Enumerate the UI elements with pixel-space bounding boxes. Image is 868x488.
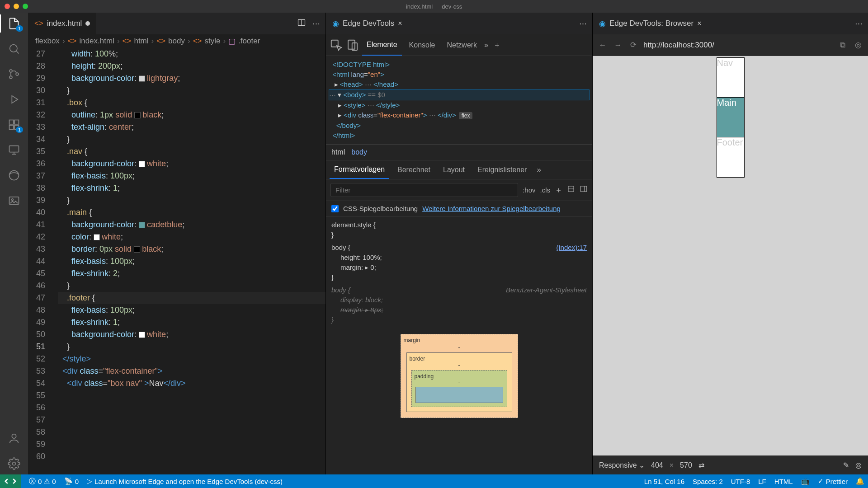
selected-dom-node[interactable]: ⋯ ▾ <body> == $0 bbox=[329, 89, 590, 100]
language-mode[interactable]: HTML bbox=[774, 477, 793, 485]
tab-index-html[interactable]: <> index.html bbox=[28, 13, 97, 34]
rotate-icon[interactable]: ⇄ bbox=[698, 461, 704, 469]
go-live[interactable]: 📺 bbox=[801, 477, 810, 485]
svg-rect-19 bbox=[580, 186, 587, 192]
port-forward[interactable]: 📡 0 bbox=[64, 477, 79, 485]
svg-rect-6 bbox=[9, 125, 14, 129]
prettier-status[interactable]: ✓ Prettier bbox=[818, 477, 848, 485]
hov-toggle[interactable]: :hov bbox=[523, 186, 535, 194]
maximize-window-icon[interactable] bbox=[23, 4, 28, 9]
close-icon[interactable]: × bbox=[697, 19, 701, 28]
screencast-icon[interactable]: ◎ bbox=[853, 40, 863, 50]
styles-rules[interactable]: element.style { } body {(Index):17 heigh… bbox=[326, 216, 592, 422]
forward-icon[interactable]: → bbox=[613, 41, 623, 50]
open-external-icon[interactable]: ⧉ bbox=[837, 41, 848, 50]
browser-viewport[interactable]: Nav Main Footer bbox=[593, 56, 868, 455]
css-mirror-link[interactable]: Weitere Informationen zur Spiegelbearbei… bbox=[422, 205, 561, 212]
notifications-icon[interactable]: 🔔 bbox=[856, 477, 864, 485]
dimension-separator-icon: × bbox=[670, 461, 674, 469]
source-control-icon[interactable] bbox=[8, 68, 20, 80]
tab-label: Edge DevTools: Browser bbox=[609, 19, 693, 28]
search-icon[interactable] bbox=[8, 42, 20, 55]
devtools-tabs: Elemente Konsole Netzwerk » ＋ bbox=[326, 34, 592, 56]
window-controls[interactable] bbox=[5, 4, 28, 9]
edge-icon: ◉ bbox=[332, 19, 339, 28]
split-editor-icon[interactable] bbox=[297, 18, 306, 29]
tab-formatvorlagen[interactable]: Formatvorlagen bbox=[330, 160, 389, 179]
tab-label: Edge DevTools bbox=[343, 19, 394, 28]
remote-indicator[interactable] bbox=[0, 474, 21, 488]
css-mirror-row: CSS-Spiegelbearbeitung Weitere Informati… bbox=[326, 201, 592, 216]
tab-berechnet[interactable]: Berechnet bbox=[393, 160, 435, 179]
dom-tree[interactable]: <!DOCTYPE html> <html lang="en"> ▸ <head… bbox=[326, 56, 592, 144]
styles-filter-row: :hov .cls ＋ bbox=[326, 179, 592, 201]
svg-point-9 bbox=[9, 171, 19, 180]
eol[interactable]: LF bbox=[758, 477, 766, 485]
explorer-badge: 1 bbox=[16, 25, 23, 32]
cursor-position[interactable]: Ln 51, Col 16 bbox=[644, 477, 684, 485]
titlebar: index.html — dev-css bbox=[0, 0, 868, 13]
settings-gear-icon[interactable] bbox=[8, 457, 20, 470]
cls-toggle[interactable]: .cls bbox=[540, 186, 551, 194]
code-editor[interactable]: 2728293031323334353637383940414243444546… bbox=[28, 48, 326, 474]
minimize-window-icon[interactable] bbox=[14, 4, 19, 9]
svg-rect-8 bbox=[9, 146, 19, 152]
add-tab-icon[interactable]: ＋ bbox=[493, 40, 501, 50]
close-window-icon[interactable] bbox=[5, 4, 10, 9]
device-select[interactable]: Responsive ⌄ bbox=[599, 461, 645, 469]
styles-filter-input[interactable] bbox=[330, 183, 518, 197]
editor-group: <> index.html ⋯ flexbox› <>index.html› <… bbox=[28, 13, 326, 474]
tab-label: index.html bbox=[47, 19, 82, 28]
reload-icon[interactable]: ⟳ bbox=[628, 40, 639, 50]
tab-edge-browser[interactable]: ◉ Edge DevTools: Browser × bbox=[593, 13, 708, 34]
more-actions-icon[interactable]: ⋯ bbox=[855, 19, 863, 28]
url-input[interactable]: http://localhost:3000/ bbox=[643, 41, 833, 50]
run-debug-icon[interactable] bbox=[8, 93, 20, 106]
explorer-icon[interactable]: 1 bbox=[8, 17, 20, 30]
more-actions-icon[interactable]: ⋯ bbox=[312, 19, 320, 28]
indentation[interactable]: Spaces: 2 bbox=[693, 477, 723, 485]
svg-point-13 bbox=[13, 462, 16, 465]
modified-indicator-icon bbox=[85, 21, 90, 26]
tab-netzwerk[interactable]: Netzwerk bbox=[442, 34, 481, 56]
box-model-diagram[interactable]: margin- border- padding- bbox=[401, 334, 518, 418]
svg-rect-16 bbox=[348, 40, 355, 49]
more-tabs-icon[interactable]: » bbox=[484, 41, 488, 50]
launch-task[interactable]: ▷ Launch Microsoft Edge and open the Edg… bbox=[87, 477, 283, 485]
eyedropper-icon[interactable]: ✎ bbox=[843, 461, 849, 469]
back-icon[interactable]: ← bbox=[597, 41, 608, 50]
remote-explorer-icon[interactable] bbox=[8, 144, 20, 156]
dom-breadcrumb[interactable]: html body bbox=[326, 144, 592, 160]
css-mirror-checkbox[interactable] bbox=[331, 205, 339, 212]
breadcrumbs[interactable]: flexbox› <>index.html› <>html› <>body› <… bbox=[28, 34, 326, 48]
devtools-editor-tab-row: ◉ Edge DevTools × ⋯ bbox=[326, 13, 592, 34]
device-toggle-icon[interactable] bbox=[346, 38, 359, 52]
inspect-element-icon[interactable] bbox=[330, 38, 343, 52]
image-icon[interactable] bbox=[8, 194, 20, 207]
account-icon[interactable] bbox=[8, 432, 20, 445]
viewport-width[interactable]: 404 bbox=[651, 461, 663, 469]
extensions-icon[interactable]: 1 bbox=[8, 118, 20, 131]
svg-rect-4 bbox=[9, 120, 14, 124]
tab-elemente[interactable]: Elemente bbox=[362, 34, 402, 56]
tab-ereignislistener[interactable]: Ereignislistener bbox=[473, 160, 531, 179]
status-bar: ⓧ 0 ⚠ 0 📡 0 ▷ Launch Microsoft Edge and … bbox=[0, 474, 868, 488]
viewport-height[interactable]: 570 bbox=[680, 461, 692, 469]
more-styles-tabs-icon[interactable]: » bbox=[537, 165, 541, 174]
tab-konsole[interactable]: Konsole bbox=[405, 34, 440, 56]
inspect-icon[interactable]: ◎ bbox=[855, 461, 862, 469]
edge-tools-icon[interactable] bbox=[8, 169, 20, 182]
tab-layout[interactable]: Layout bbox=[439, 160, 469, 179]
styles-tabs: Formatvorlagen Berechnet Layout Ereignis… bbox=[326, 160, 592, 179]
browser-tab-row: ◉ Edge DevTools: Browser × ⋯ bbox=[593, 13, 868, 34]
tab-edge-devtools[interactable]: ◉ Edge DevTools × bbox=[326, 13, 409, 34]
computed-panel-icon[interactable] bbox=[567, 185, 575, 195]
close-icon[interactable]: × bbox=[398, 19, 402, 28]
more-actions-icon[interactable]: ⋯ bbox=[579, 19, 587, 28]
errors-count[interactable]: ⓧ 0 ⚠ 0 bbox=[29, 477, 56, 486]
new-style-rule-icon[interactable]: ＋ bbox=[555, 185, 562, 195]
encoding[interactable]: UTF-8 bbox=[731, 477, 750, 485]
activity-bar: 1 1 bbox=[0, 13, 28, 474]
editor-tabs: <> index.html ⋯ bbox=[28, 13, 326, 34]
toggle-sidebar-icon[interactable] bbox=[580, 185, 588, 195]
